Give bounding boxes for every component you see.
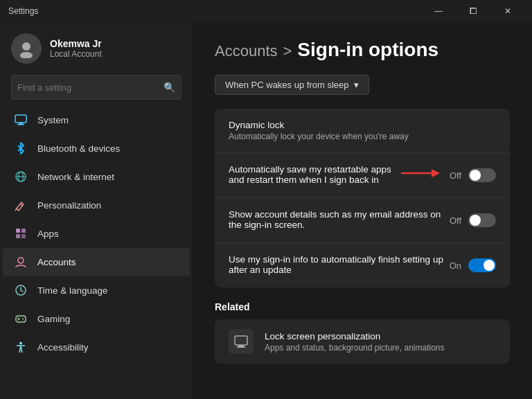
sidebar-item-accounts[interactable]: Accounts — [3, 248, 190, 276]
gaming-nav-icon — [14, 312, 28, 326]
row-text-dynamic-lock: Dynamic lockAutomatically lock your devi… — [229, 120, 409, 141]
apps-nav-icon — [14, 227, 28, 240]
row-text-account-details: Show account details such as my email ad… — [229, 209, 450, 231]
svg-rect-25 — [235, 336, 247, 345]
avatar — [11, 33, 42, 64]
toggle-label-account-details: Off — [450, 215, 461, 226]
search-icon: 🔍 — [163, 82, 175, 93]
sidebar-item-label-apps: Apps — [37, 229, 59, 239]
user-type: Local Account — [50, 49, 102, 59]
row-title-account-details: Show account details such as my email ad… — [229, 209, 450, 230]
svg-rect-3 — [19, 123, 23, 124]
sidebar-item-label-accessibility: Accessibility — [37, 342, 89, 353]
settings-card: Dynamic lockAutomatically lock your devi… — [215, 109, 510, 287]
lock-screen-icon — [229, 329, 254, 354]
settings-row-sign-in-info: Use my sign-in info to automatically fin… — [215, 243, 510, 287]
row-subtitle-dynamic-lock: Automatically lock your device when you'… — [229, 132, 409, 141]
settings-row-account-details: Show account details such as my email ad… — [215, 198, 510, 243]
svg-point-14 — [18, 258, 24, 263]
svg-marker-24 — [432, 169, 440, 177]
row-text-restartable-apps: Automatically save my restartable apps a… — [229, 164, 398, 186]
settings-row-dynamic-lock: Dynamic lockAutomatically lock your devi… — [215, 109, 510, 153]
sleep-dropdown[interactable]: When PC wakes up from sleep ▾ — [215, 75, 369, 95]
sidebar-item-label-personalization: Personalization — [37, 200, 101, 211]
maximize-button[interactable]: ⧠ — [457, 0, 489, 22]
related-item-info: Lock screen personalization Apps and sta… — [265, 331, 445, 353]
dropdown-label: When PC wakes up from sleep — [225, 80, 348, 90]
personalization-nav-icon — [14, 198, 28, 212]
title-bar-controls: — ⧠ ✕ — [423, 0, 524, 22]
svg-rect-11 — [21, 229, 26, 233]
sidebar-item-label-system: System — [37, 115, 69, 125]
red-arrow-icon — [398, 165, 440, 186]
svg-point-19 — [22, 318, 24, 319]
row-control-sign-in-info: On — [450, 258, 496, 272]
row-title-restartable-apps: Automatically save my restartable apps a… — [229, 164, 398, 185]
sidebar-item-bluetooth[interactable]: Bluetooth & devices — [3, 134, 190, 162]
related-title: Related — [215, 301, 510, 312]
svg-rect-4 — [17, 124, 24, 125]
sidebar-item-time[interactable]: Time & language — [3, 276, 190, 304]
sidebar-item-label-gaming: Gaming — [37, 314, 70, 324]
accessibility-nav-icon — [14, 340, 28, 354]
related-card-lock-screen[interactable]: Lock screen personalization Apps and sta… — [215, 319, 510, 364]
sidebar-item-label-bluetooth: Bluetooth & devices — [37, 143, 120, 154]
nav-list: SystemBluetooth & devicesNetwork & inter… — [0, 105, 193, 362]
row-control-restartable-apps: Off — [398, 165, 496, 186]
svg-line-9 — [15, 209, 17, 211]
breadcrumb-separator: > — [283, 42, 292, 60]
accounts-nav-icon — [14, 255, 28, 269]
sidebar-item-accessibility[interactable]: Accessibility — [3, 333, 190, 361]
content-area: Accounts > Sign-in options When PC wakes… — [193, 22, 532, 399]
minimize-button[interactable]: — — [423, 0, 454, 22]
svg-point-1 — [20, 52, 33, 58]
toggle-label-restartable-apps: Off — [450, 170, 461, 181]
title-bar: Settings — ⧠ ✕ — [0, 0, 532, 22]
user-info: Okemwa Jr Local Account — [50, 38, 102, 59]
sidebar-item-label-accounts: Accounts — [37, 257, 76, 267]
app-title: Settings — [8, 6, 38, 16]
sidebar-item-system[interactable]: System — [3, 106, 190, 134]
svg-rect-10 — [16, 229, 20, 233]
row-control-account-details: Off — [450, 213, 496, 227]
sidebar-item-gaming[interactable]: Gaming — [3, 305, 190, 332]
row-text-sign-in-info: Use my sign-in info to automatically fin… — [229, 254, 450, 276]
svg-point-21 — [19, 342, 22, 345]
search-box[interactable]: 🔍 — [11, 75, 181, 100]
page-title: Sign-in options — [297, 39, 438, 61]
search-input[interactable] — [17, 82, 163, 93]
sidebar-item-label-time: Time & language — [37, 285, 108, 296]
svg-rect-12 — [16, 234, 20, 238]
svg-point-20 — [22, 319, 24, 321]
svg-rect-27 — [237, 346, 245, 348]
sidebar: Okemwa Jr Local Account 🔍 SystemBluetoot… — [0, 22, 193, 399]
system-nav-icon — [14, 113, 28, 127]
svg-rect-2 — [15, 115, 26, 123]
time-nav-icon — [14, 283, 28, 297]
toggle-account-details[interactable] — [468, 213, 496, 227]
sidebar-item-personalization[interactable]: Personalization — [3, 191, 190, 219]
svg-line-8 — [20, 204, 22, 206]
row-title-sign-in-info: Use my sign-in info to automatically fin… — [229, 254, 450, 275]
app-body: Okemwa Jr Local Account 🔍 SystemBluetoot… — [0, 22, 532, 399]
network-nav-icon — [14, 170, 28, 184]
toggle-restartable-apps[interactable] — [468, 168, 496, 182]
page-header: Accounts > Sign-in options — [215, 39, 510, 61]
sidebar-item-label-network: Network & internet — [37, 172, 114, 182]
title-bar-left: Settings — [8, 6, 38, 16]
user-profile[interactable]: Okemwa Jr Local Account — [0, 22, 193, 72]
user-name: Okemwa Jr — [50, 38, 102, 49]
row-title-dynamic-lock: Dynamic lock — [229, 120, 409, 130]
svg-point-0 — [22, 42, 30, 51]
related-item-subtitle: Apps and status, background picture, ani… — [265, 343, 445, 353]
svg-rect-13 — [21, 234, 26, 238]
bluetooth-nav-icon — [14, 141, 28, 155]
dropdown-chevron-icon: ▾ — [354, 80, 359, 90]
breadcrumb: Accounts — [215, 42, 278, 60]
toggle-sign-in-info[interactable] — [468, 258, 496, 272]
sidebar-item-apps[interactable]: Apps — [3, 220, 190, 247]
related-item-title: Lock screen personalization — [265, 331, 445, 342]
settings-row-restartable-apps: Automatically save my restartable apps a… — [215, 153, 510, 198]
close-button[interactable]: ✕ — [492, 0, 524, 22]
sidebar-item-network[interactable]: Network & internet — [3, 163, 190, 190]
